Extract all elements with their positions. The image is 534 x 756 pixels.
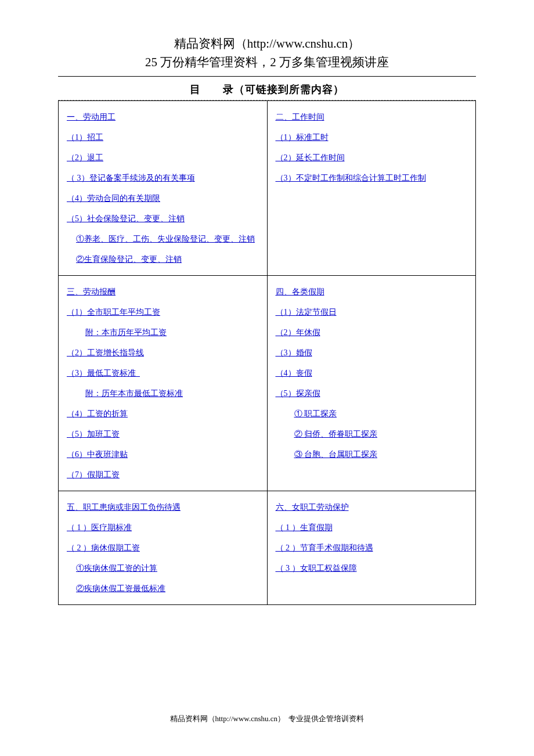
toc-section-title[interactable]: 五、职工患病或非因工负伤待遇 [67, 497, 181, 517]
toc-link[interactable]: （ 1 ）生育假期 [276, 517, 333, 538]
header-subtitle: 25 万份精华管理资料，2 万多集管理视频讲座 [58, 53, 476, 72]
toc-link[interactable]: （5）社会保险登记、变更、注销 [67, 208, 185, 229]
toc-link[interactable]: ②生育保险登记、变更、注销 [67, 249, 182, 269]
page-footer: 精品资料网（http://www.cnshu.cn） 专业提供企管培训资料 [0, 714, 534, 724]
toc-link[interactable]: （2）工资增长指导线 [67, 343, 144, 363]
toc-link[interactable]: （1）全市职工年平均工资 [67, 302, 160, 322]
toc-link[interactable]: （1）法定节假日 [276, 302, 337, 322]
header-divider [58, 76, 476, 77]
header-title: 精品资料网（http://www.cnshu.cn） [58, 35, 476, 53]
toc-title: 目 录（可链接到所需内容） [58, 82, 476, 96]
toc-link[interactable]: ①养老、医疗、工伤、失业保险登记、变更、注销 [67, 229, 255, 249]
toc-link[interactable]: ①疾病休假工资的计算 [67, 558, 157, 578]
toc-link[interactable]: （ 1 ）医疗期标准 [67, 517, 132, 538]
toc-cell-section-1: 一、劳动用工（1）招工（2）退工（ 3）登记备案手续涉及的有关事项（4）劳动合同… [59, 101, 268, 276]
toc-link[interactable]: （5）探亲假 [276, 383, 320, 404]
toc-section-title[interactable]: 六、女职工劳动保护 [276, 497, 349, 517]
toc-link[interactable]: （2）延长工作时间 [276, 147, 345, 168]
toc-cell-section-3: 三、劳动报酬（1）全市职工年平均工资附：本市历年平均工资（2）工资增长指导线（3… [59, 276, 268, 491]
toc-cell-section-4: 四、各类假期（1）法定节假日（2）年休假（3）婚假（4）丧假（5）探亲假① 职工… [267, 276, 476, 491]
toc-link[interactable]: （7）假期工资 [67, 465, 120, 485]
toc-link[interactable]: （4）工资的折算 [67, 404, 128, 424]
toc-link[interactable]: （3）不定时工作制和综合计算工时工作制 [276, 168, 426, 188]
toc-cell-section-2: 二、工作时间（1）标准工时（2）延长工作时间（3）不定时工作制和综合计算工时工作… [267, 101, 476, 276]
toc-link[interactable]: ③ 台胞、台属职工探亲 [276, 444, 378, 465]
toc-cell-section-5: 五、职工患病或非因工负伤待遇（ 1 ）医疗期标准（ 2 ）病休假期工资①疾病休假… [59, 491, 268, 605]
toc-link[interactable]: （2）年休假 [276, 322, 320, 343]
toc-link[interactable]: （ 3）登记备案手续涉及的有关事项 [67, 168, 195, 188]
toc-table: 一、劳动用工（1）招工（2）退工（ 3）登记备案手续涉及的有关事项（4）劳动合同… [58, 100, 476, 605]
toc-link[interactable]: （2）退工 [67, 147, 103, 168]
toc-link[interactable]: （ 2 ）节育手术假期和待遇 [276, 538, 373, 558]
toc-link[interactable]: （6）中夜班津贴 [67, 444, 128, 465]
toc-link[interactable]: ② 归侨、侨眷职工探亲 [276, 424, 378, 444]
toc-link[interactable]: ① 职工探亲 [276, 404, 337, 424]
toc-section-title[interactable]: 四、各类假期 [276, 282, 324, 302]
toc-link[interactable]: （1）标准工时 [276, 127, 329, 147]
toc-link[interactable]: 附：历年本市最低工资标准 [67, 383, 183, 404]
toc-link[interactable]: ②疾病休假工资最低标准 [67, 578, 165, 599]
toc-link[interactable]: （ 3 ）女职工权益保障 [276, 558, 357, 578]
toc-link[interactable]: （5）加班工资 [67, 424, 120, 444]
toc-link[interactable]: （1）招工 [67, 127, 103, 147]
toc-link[interactable]: （4）丧假 [276, 363, 312, 383]
toc-link[interactable]: （3）最低工资标准 [67, 363, 140, 383]
toc-cell-section-6: 六、女职工劳动保护（ 1 ）生育假期（ 2 ）节育手术假期和待遇（ 3 ）女职工… [267, 491, 476, 605]
document-page: 精品资料网（http://www.cnshu.cn） 25 万份精华管理资料，2… [0, 0, 534, 605]
page-header: 精品资料网（http://www.cnshu.cn） 25 万份精华管理资料，2… [58, 35, 476, 71]
toc-section-title[interactable]: 二、工作时间 [276, 107, 324, 127]
toc-link[interactable]: 附：本市历年平均工资 [67, 322, 167, 343]
toc-link[interactable]: （ 2 ）病休假期工资 [67, 538, 140, 558]
toc-section-title[interactable]: 一、劳动用工 [67, 107, 116, 127]
toc-link[interactable]: （4）劳动合同的有关期限 [67, 188, 160, 208]
toc-section-title[interactable]: 三、劳动报酬 [67, 282, 116, 302]
toc-link[interactable]: （3）婚假 [276, 343, 312, 363]
